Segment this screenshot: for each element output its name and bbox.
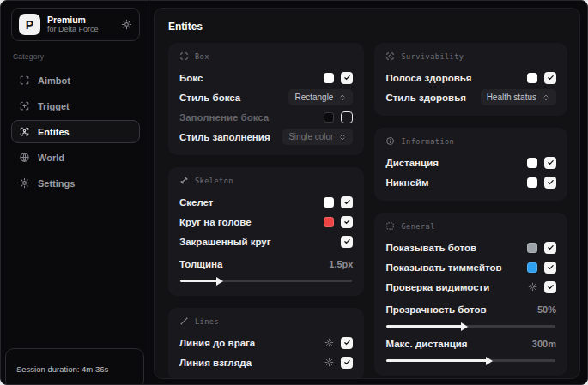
survivability-panel: Survivability Полоса здоровья Стиль здор… bbox=[374, 43, 567, 116]
line-settings-gear-icon[interactable] bbox=[324, 338, 334, 347]
sidebar-item-trigget[interactable]: Trigget bbox=[11, 94, 140, 117]
line-icon bbox=[179, 316, 189, 326]
box-style-dropdown[interactable]: Rectangle bbox=[288, 89, 353, 105]
checkbox-checked[interactable] bbox=[341, 357, 353, 369]
brand-block: Premium for Delta Force bbox=[47, 15, 114, 33]
main-content: Entites Box Бокс bbox=[154, 8, 580, 379]
sidebar-item-aimbot[interactable]: Aimbot bbox=[11, 69, 140, 92]
color-swatch[interactable] bbox=[527, 158, 537, 168]
information-panel-header: Information bbox=[385, 136, 556, 146]
head-circle-row: Круг на голове bbox=[179, 213, 353, 231]
checkbox-checked[interactable] bbox=[341, 196, 353, 208]
show-teammates-row: Показывать тиммейтов bbox=[385, 258, 556, 276]
page-title: Entites bbox=[168, 21, 567, 33]
max-distance-slider[interactable] bbox=[386, 356, 555, 364]
row-label: Линия взгляда bbox=[179, 358, 252, 368]
health-style-row: Стиль здоровья Health status bbox=[385, 88, 556, 106]
line-settings-gear-icon[interactable] bbox=[324, 358, 334, 367]
color-swatch[interactable] bbox=[324, 217, 334, 227]
checkbox-checked[interactable] bbox=[341, 216, 353, 228]
sidebar-nav: Aimbot Trigget Entites bbox=[11, 69, 140, 195]
health-bar-row: Полоса здоровья bbox=[385, 69, 556, 87]
bot-opacity-slider[interactable] bbox=[386, 322, 555, 330]
sidebar: P Premium for Delta Force Category Aimbo… bbox=[1, 1, 149, 384]
panel-columns: Box Бокс Стиль бокса bbox=[168, 43, 567, 379]
slider-thumb[interactable] bbox=[216, 277, 223, 286]
gear-icon[interactable] bbox=[121, 19, 132, 30]
thickness-row: Толщина 1.5px bbox=[179, 255, 353, 273]
color-swatch[interactable] bbox=[527, 73, 537, 83]
row-label: Бокс bbox=[179, 73, 203, 83]
row-label: Закрашенный круг bbox=[179, 237, 271, 247]
box-style-row: Стиль бокса Rectangle bbox=[179, 88, 353, 106]
fill-style-row: Стиль заполнения Single color bbox=[179, 128, 353, 146]
enemy-line-row: Линия до врага bbox=[179, 334, 353, 352]
show-bots-row: Показывать ботов bbox=[385, 238, 556, 256]
slider-fill bbox=[386, 359, 488, 362]
slider-thumb[interactable] bbox=[486, 357, 493, 365]
row-label: Проверка видимости bbox=[385, 282, 489, 292]
max-distance-value: 300m bbox=[532, 339, 556, 349]
color-swatch[interactable] bbox=[324, 73, 334, 83]
bot-opacity-row: Прозрачность ботов 50% bbox=[385, 300, 556, 318]
row-label: Толщина bbox=[179, 259, 222, 269]
chevron-updown-icon bbox=[338, 93, 347, 102]
box-fill-row: Заполнение бокса bbox=[179, 108, 353, 126]
nickname-row: Никнейм bbox=[385, 173, 556, 191]
left-column: Box Бокс Стиль бокса bbox=[168, 43, 364, 379]
visibility-settings-gear-icon[interactable] bbox=[528, 282, 537, 292]
row-label: Скелет bbox=[179, 197, 214, 208]
color-swatch[interactable] bbox=[324, 197, 334, 208]
skeleton-panel: Skeleton Скелет Круг на голове bbox=[168, 167, 364, 296]
filled-circle-row: Закрашенный круг bbox=[179, 232, 353, 250]
slider-fill bbox=[386, 325, 462, 328]
row-label: Стиль здоровья bbox=[385, 93, 466, 103]
max-distance-row: Макс. дистанция 300m bbox=[385, 334, 556, 352]
checkbox-checked[interactable] bbox=[544, 262, 556, 274]
row-label: Линия до врага bbox=[179, 338, 255, 348]
checkbox-checked[interactable] bbox=[544, 72, 556, 84]
row-label: Никнейм bbox=[385, 177, 428, 188]
dropdown-value: Single color bbox=[288, 132, 333, 141]
color-swatch[interactable] bbox=[527, 243, 537, 253]
lines-panel: Lines Линия до врага Линия bbox=[168, 308, 364, 379]
slider-thumb[interactable] bbox=[461, 322, 468, 331]
visibility-check-row: Проверка видимости bbox=[385, 278, 556, 296]
sidebar-item-entites[interactable]: Entites bbox=[11, 120, 140, 143]
sidebar-item-world[interactable]: World bbox=[11, 146, 140, 169]
thickness-slider[interactable] bbox=[180, 276, 352, 285]
fill-style-dropdown[interactable]: Single color bbox=[282, 129, 353, 145]
checkbox-checked[interactable] bbox=[544, 157, 556, 169]
trigger-crosshair-icon bbox=[19, 100, 30, 111]
box-toggle-row: Бокс bbox=[179, 69, 353, 87]
lines-panel-title: Lines bbox=[195, 317, 219, 326]
general-panel-header: General bbox=[385, 221, 556, 231]
color-swatch[interactable] bbox=[527, 262, 537, 273]
sidebar-item-settings[interactable]: Settings bbox=[11, 171, 140, 195]
box-panel: Box Бокс Стиль бокса bbox=[168, 43, 364, 155]
checkbox-checked[interactable] bbox=[341, 72, 353, 84]
survivability-panel-header: Survivability bbox=[385, 51, 556, 61]
session-duration-text: Session duration: 4m 36s bbox=[16, 364, 108, 374]
checkbox-checked[interactable] bbox=[341, 337, 353, 349]
aimbot-scan-icon bbox=[19, 75, 30, 86]
app-window: P Premium for Delta Force Category Aimbo… bbox=[0, 0, 588, 385]
checkbox-checked[interactable] bbox=[544, 177, 556, 189]
checkbox-checked[interactable] bbox=[544, 281, 556, 293]
box-panel-header: Box bbox=[179, 51, 353, 61]
information-panel: Information Дистанция Никнейм bbox=[374, 128, 567, 201]
dashed-grid-icon bbox=[385, 221, 395, 231]
color-swatch[interactable] bbox=[324, 112, 334, 123]
thickness-value: 1.5px bbox=[329, 259, 353, 269]
checkbox-checked[interactable] bbox=[544, 242, 556, 254]
checkbox-unchecked[interactable] bbox=[341, 111, 353, 123]
brand-title: Premium bbox=[47, 15, 114, 25]
chevron-updown-icon bbox=[542, 93, 550, 102]
checkbox-checked[interactable] bbox=[341, 236, 353, 248]
color-swatch[interactable] bbox=[527, 177, 537, 188]
row-label: Показывать ботов bbox=[385, 243, 476, 253]
row-label: Круг на голове bbox=[179, 217, 252, 227]
bone-icon bbox=[179, 176, 189, 185]
row-label: Прозрачность ботов bbox=[385, 304, 486, 315]
health-style-dropdown[interactable]: Health status bbox=[481, 89, 556, 105]
